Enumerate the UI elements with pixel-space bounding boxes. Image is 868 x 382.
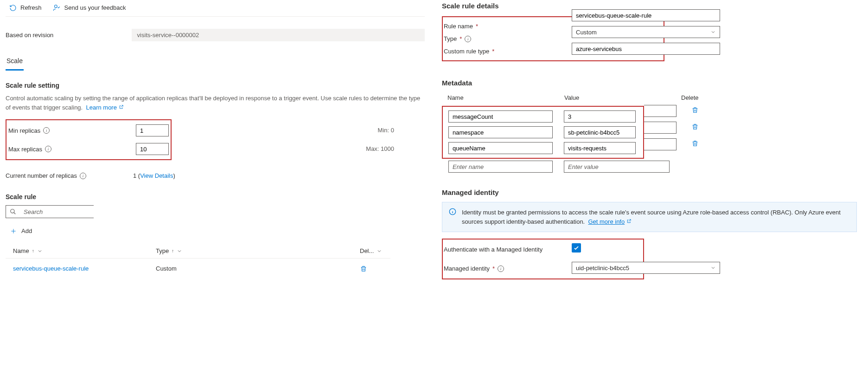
rule-type-cell: Custom [156,265,360,272]
delete-rule-button[interactable] [360,265,383,272]
chevron-down-icon [710,265,716,271]
metadata-heading: Metadata [442,79,857,87]
plus-icon [10,228,17,234]
max-replicas-input[interactable] [136,143,169,155]
chevron-down-icon [377,248,382,254]
identity-info-banner: Identity must be granted permissions to … [442,202,857,232]
max-replicas-label: Max replicas [8,146,42,153]
meta-name-input[interactable] [448,142,553,154]
meta-value-input[interactable] [564,126,636,138]
feedback-button[interactable]: Send us your feedback [53,4,126,12]
info-icon[interactable]: i [43,127,50,134]
col-delete[interactable]: Del... [360,247,383,254]
max-suffix: Max: 1000 [366,145,394,152]
identity-heading: Managed identity [442,188,857,196]
add-button[interactable]: Add [6,227,425,234]
scale-setting-desc: Control automatic scaling by setting the… [6,94,425,112]
custom-type-label: Custom rule type [444,48,489,55]
chevron-down-icon [177,248,182,254]
meta-name-input[interactable] [448,126,553,138]
scale-rule-heading: Scale rule [6,193,425,201]
refresh-icon [9,4,17,12]
view-details-link[interactable]: View Details [140,172,173,179]
sort-up-icon: ↑ [172,248,174,253]
meta-col-name: Name [447,94,564,101]
learn-more-link[interactable]: Learn more [86,104,123,111]
meta-value-ext[interactable] [644,122,677,134]
more-info-link[interactable]: Get more info [588,218,625,225]
svg-point-0 [54,5,57,8]
custom-type-input[interactable] [572,43,720,55]
tab-scale[interactable]: Scale [6,54,24,71]
external-link-icon [119,104,124,111]
refresh-label: Refresh [20,4,42,11]
meta-row [443,140,643,156]
search-icon [10,208,16,215]
delete-meta-button[interactable] [691,106,699,114]
meta-row [443,124,643,140]
chevron-down-icon [37,248,43,254]
info-icon[interactable]: i [465,36,471,42]
meta-col-delete: Delete [681,94,851,101]
external-link-icon [626,218,632,225]
feedback-icon [53,4,61,12]
min-replicas-input[interactable] [136,124,169,136]
meta-value-ext[interactable] [644,105,677,117]
svg-point-1 [11,209,14,213]
meta-row [443,109,643,124]
auth-mi-checkbox[interactable] [572,243,581,253]
meta-name-new[interactable] [448,161,553,173]
sort-up-icon: ↑ [32,248,34,253]
auth-mi-label: Authenticate with a Managed Identity [444,246,542,253]
add-label: Add [21,227,32,234]
details-heading: Scale rule details [442,2,857,10]
min-replicas-label: Min replicas [8,127,40,134]
meta-value-input[interactable] [564,110,636,123]
scale-setting-heading: Scale rule setting [6,82,425,89]
delete-meta-button[interactable] [691,140,699,147]
info-icon [449,208,456,226]
rule-type-label: Type [444,35,457,42]
refresh-button[interactable]: Refresh [9,4,42,12]
rule-name-link[interactable]: servicebus-queue-scale-rule [13,265,156,272]
revision-value: visits-service--0000002 [132,29,425,41]
mi-label: Managed identity [444,265,490,272]
delete-meta-button[interactable] [691,123,699,130]
mi-select[interactable]: uid-petclinic-b4bcc5 [572,262,720,274]
rule-type-value: Custom [576,29,597,36]
meta-value-ext[interactable] [644,138,677,150]
feedback-label: Send us your feedback [64,4,126,11]
meta-row-new [442,159,857,175]
chevron-down-icon [710,29,716,35]
min-suffix: Min: 0 [378,127,394,134]
mi-value: uid-petclinic-b4bcc5 [576,265,629,272]
current-replicas-value: 1 (View Details) [133,172,175,179]
revision-label: Based on revision [6,32,132,39]
rule-name-input[interactable] [572,9,720,21]
table-row[interactable]: servicebus-queue-scale-rule Custom [6,259,390,279]
rule-type-select[interactable]: Custom [572,26,720,38]
current-replicas-label: Current number of replicas [6,172,77,179]
meta-col-value: Value [564,94,681,101]
search-input-wrapper[interactable] [6,205,94,218]
meta-value-input[interactable] [564,142,636,154]
rule-name-label: Rule name [444,23,473,30]
info-icon[interactable]: i [498,265,504,272]
info-icon[interactable]: i [80,173,86,179]
meta-value-new[interactable] [564,161,670,173]
search-input[interactable] [20,206,105,218]
info-icon[interactable]: i [45,146,51,152]
meta-name-input[interactable] [448,110,553,123]
col-name[interactable]: Name ↑ [13,247,156,254]
col-type[interactable]: Type ↑ [156,247,360,254]
